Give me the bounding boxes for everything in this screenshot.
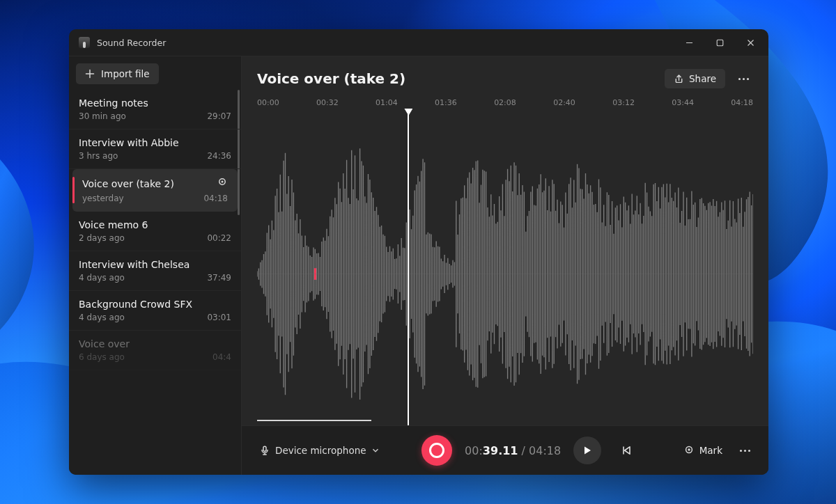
minimize-button[interactable]	[674, 29, 704, 56]
list-item[interactable]: Voice memo 6 2 days ago00:22	[69, 212, 241, 251]
record-button[interactable]	[421, 435, 452, 466]
skip-back-icon	[621, 445, 632, 456]
mini-timeline-cursor	[408, 417, 409, 424]
import-label: Import file	[101, 68, 150, 79]
more-button[interactable]	[732, 68, 754, 90]
title-bar: Sound Recorder	[69, 29, 768, 56]
marker-icon	[217, 177, 228, 191]
maximize-button[interactable]	[704, 29, 735, 56]
waveform[interactable]	[257, 110, 753, 425]
record-icon	[429, 443, 444, 458]
share-button[interactable]: Share	[665, 69, 725, 88]
svg-point-7	[688, 448, 690, 450]
plus-icon	[85, 69, 95, 79]
mini-timeline[interactable]	[257, 420, 753, 422]
playhead[interactable]	[408, 110, 409, 425]
svg-point-2	[222, 181, 224, 183]
list-item[interactable]: Meeting notes 30 min ago29:07	[69, 90, 241, 129]
list-item[interactable]: Voice over 6 days ago04:4	[69, 331, 241, 370]
skip-back-button[interactable]	[614, 438, 639, 463]
app-title: Sound Recorder	[97, 38, 166, 48]
marker-icon	[683, 445, 695, 456]
share-icon	[674, 74, 684, 84]
mark-button[interactable]: Mark	[676, 441, 729, 460]
list-item[interactable]: Interview with Chelsea 4 days ago37:49	[69, 251, 241, 291]
time-ruler: 00:00 00:32 01:04 01:36 02:08 02:40 03:1…	[242, 95, 768, 107]
ellipsis-icon	[738, 78, 749, 80]
play-button[interactable]	[573, 436, 601, 464]
recording-list[interactable]: Meeting notes 30 min ago29:07 Interview …	[69, 90, 241, 475]
app-icon	[79, 37, 90, 48]
time-display: 00:39.11 / 04:18	[465, 444, 561, 457]
svg-rect-5	[263, 446, 266, 451]
sidebar: Import file Meeting notes 30 min ago29:0…	[69, 56, 242, 475]
main-panel: Voice over (take 2) Share 00:00 00:32 01…	[242, 56, 768, 475]
close-button[interactable]	[735, 29, 766, 56]
microphone-icon	[260, 446, 270, 455]
mini-timeline-progress	[257, 420, 371, 422]
transport-controls: 00:39.11 / 04:18	[421, 435, 639, 466]
app-window: Sound Recorder Import file Meeting notes	[69, 29, 768, 475]
list-item[interactable]: Interview with Abbie 3 hrs ago24:36	[69, 129, 241, 169]
play-icon	[582, 446, 592, 455]
chevron-down-icon	[372, 447, 379, 454]
bottom-bar: Device microphone 00:39.11 / 04:18	[242, 425, 768, 475]
input-device-selector[interactable]: Device microphone	[254, 441, 385, 460]
ellipsis-icon	[740, 450, 750, 452]
svg-rect-0	[717, 40, 723, 46]
main-header: Voice over (take 2) Share	[242, 56, 768, 95]
recording-title: Voice over (take 2)	[257, 70, 658, 87]
import-file-button[interactable]: Import file	[76, 63, 159, 84]
list-item-selected[interactable]: Voice over (take 2) yesterday04:18	[72, 169, 238, 212]
bottom-more-button[interactable]	[734, 439, 756, 462]
list-item[interactable]: Background Crowd SFX 4 days ago03:01	[69, 291, 241, 331]
